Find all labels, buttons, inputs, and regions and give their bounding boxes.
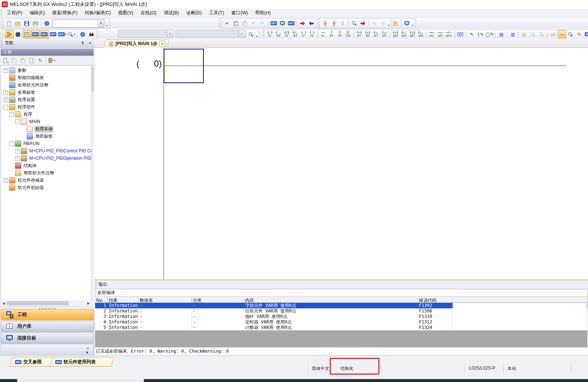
ladder-symbol-sf6[interactable]: ┤/╷sF6 <box>291 30 299 39</box>
project-selector-combo[interactable]: ▼ <box>52 19 104 27</box>
menu-3[interactable]: 转换/编译(C) <box>81 9 115 17</box>
tree-expander-icon[interactable]: - <box>9 141 14 146</box>
ladder-symbol-f8[interactable]: { }F8 <box>308 30 316 39</box>
document-tab-active[interactable]: [PRG]写入 MAIN 1步 ✕ <box>104 39 169 48</box>
output-table-row[interactable]: 2Information--位软元件 VAR用 使用0点F1306 <box>95 308 587 314</box>
bottom-tab-device-usage-list[interactable]: DEV软元件使用列表 <box>50 357 114 367</box>
ladder-symbol-sf9[interactable]: │sF9 <box>327 30 336 39</box>
new-project-button[interactable] <box>5 19 14 27</box>
ladder-symbol-f5[interactable]: ┤ ├F5 <box>266 30 274 39</box>
tree-item-MAIN[interactable]: -MAIN <box>1 118 91 125</box>
menu-10[interactable]: 帮助(H) <box>251 9 274 17</box>
tree-expander-icon[interactable]: + <box>15 156 20 161</box>
pin-icon[interactable] <box>80 40 86 46</box>
ladder-symbol-saf8[interactable]: ┤⇓╷saF8 <box>416 30 425 39</box>
ladder-symbol-caf5[interactable]: ─↓─caF5 <box>436 30 444 39</box>
save-project-button[interactable] <box>23 19 31 27</box>
tree-item-程序设置[interactable]: +程序设置 <box>1 96 91 103</box>
ladder-symbol-f7[interactable]: ( )F7 <box>299 30 308 39</box>
tree-expander-icon[interactable]: - <box>3 105 8 110</box>
note-edit-button[interactable]: ◯✎ <box>485 30 494 38</box>
scroll-right-icon[interactable]: ▶ <box>86 300 91 306</box>
write-to-plc-button[interactable] <box>299 19 307 27</box>
device-find-button[interactable]: DEV <box>270 19 278 27</box>
copy-button[interactable] <box>232 19 240 27</box>
toolbar-overflow-icon[interactable]: ▾ <box>388 24 390 28</box>
ladder-symbol-af7[interactable]: ┤↑╷aF7 <box>372 30 380 39</box>
sort-button[interactable]: ▾ <box>48 56 56 64</box>
chevron-down-icon[interactable]: ▼ <box>85 351 89 355</box>
tree-expander-icon[interactable]: - <box>9 112 14 117</box>
tree-item-程序[interactable]: -程序 <box>1 111 91 118</box>
close-tab-icon[interactable]: ✕ <box>159 41 165 47</box>
device-batch-find-button[interactable] <box>350 19 359 27</box>
zoom-page-button[interactable] <box>247 30 255 38</box>
tree-item-局部标签[interactable]: +局部标签 <box>1 133 91 140</box>
cross-reference-find-button[interactable] <box>87 30 95 38</box>
menu-0[interactable]: 工程(P) <box>3 9 26 17</box>
tree-item-FB-FUN[interactable]: -FB/FUN <box>1 140 91 147</box>
ladder-symbol-sf8[interactable]: ┤↓├sF8 <box>363 30 372 39</box>
tree-horizontal-scrollbar[interactable]: ◀ ▶ <box>1 300 91 306</box>
help-button[interactable] <box>43 19 51 27</box>
menu-6[interactable]: 调试(B) <box>160 9 183 17</box>
tree-expander-icon[interactable]: + <box>15 149 20 153</box>
string-find-button[interactable] <box>278 19 287 27</box>
find-device-button[interactable]: ▾ <box>67 30 75 38</box>
tree-item-M-CPU-PID-PIDOperation-PID[interactable]: +M+CPU-PID_PIDOperation PID <box>1 155 91 162</box>
st-editor-button[interactable]: ST <box>456 30 465 38</box>
print-button[interactable] <box>31 19 40 27</box>
tree-expander-icon[interactable]: + <box>3 90 8 95</box>
tree-item-全局软元件注释[interactable]: +全局软元件注释 <box>1 81 91 89</box>
ladder-symbol-cf9[interactable]: ╳cF9 <box>336 30 344 39</box>
toolbar-overflow-icon[interactable]: ▾ <box>106 24 108 28</box>
menu-1[interactable]: 编辑(E) <box>26 9 49 17</box>
toolbar-overflow-icon[interactable]: ▾ <box>412 24 413 28</box>
remote-operation-button[interactable] <box>403 19 411 27</box>
device-comment-edit-button[interactable]: ✎ <box>468 30 476 38</box>
scrollbar-thumb[interactable] <box>7 301 69 305</box>
output-table-row[interactable]: 3Information--指针 VAR用 使用0点F1310 <box>95 314 587 319</box>
output-table-row[interactable]: 5Information--计数器 VAR用 使用0点F1324 <box>95 325 587 330</box>
device-display-button[interactable]: DEV▾ <box>58 30 67 38</box>
read-from-plc-button[interactable] <box>307 19 316 27</box>
chevron-down-icon[interactable]: ▾ <box>65 33 67 36</box>
panel-button-connection[interactable]: 连接目标 <box>1 333 94 344</box>
menu-9[interactable]: 窗口(W) <box>228 9 251 17</box>
device-reference-button[interactable]: DEV <box>49 30 57 38</box>
bottom-tab-cross-reference[interactable]: DEV交叉参照 <box>10 357 56 367</box>
output-table-row[interactable]: 1Information--字软元件 VAR用 使用0点F1302 <box>95 303 587 308</box>
ladder-symbol-saf6[interactable]: ┤⇑╷saF6 <box>400 30 408 39</box>
device-zoom-button[interactable]: DEV <box>584 30 588 38</box>
ladder-symbol-sf7[interactable]: ┤↑├sF7 <box>355 30 363 39</box>
tree-item-参数[interactable]: +参数 <box>1 67 91 74</box>
panel-button-project[interactable]: 工程 <box>1 309 94 320</box>
new-data-button[interactable]: + <box>1 56 10 64</box>
close-icon[interactable]: ✕ <box>87 40 93 46</box>
tree-expander-icon[interactable]: - <box>15 119 20 124</box>
navigation-window-button[interactable] <box>5 30 14 38</box>
ladder-symbol-saf5[interactable]: ┤⇑├saF5 <box>391 30 400 39</box>
note-insert-button[interactable] <box>392 19 400 27</box>
ladder-symbol-f6[interactable]: ┤/├F6 <box>282 30 291 39</box>
device-list-button[interactable]: DEV <box>40 30 49 38</box>
chevron-down-icon[interactable]: ▼ <box>98 20 104 27</box>
ladder-symbol-caf10[interactable]: ─/─caF10 <box>444 30 453 39</box>
entry-monitor-button[interactable]: ⎍ <box>339 19 347 27</box>
ladder-symbol-f9[interactable]: ──F9 <box>319 30 327 39</box>
note-list-button[interactable]: ▥ <box>509 30 517 38</box>
watch-stop-button[interactable]: ╫ <box>330 19 338 27</box>
inline-st-edit-button[interactable]: ⧟ <box>558 30 566 38</box>
menu-5[interactable]: 在线(O) <box>137 9 160 17</box>
work-window-button[interactable] <box>23 30 31 38</box>
menu-7[interactable]: 诊断(D) <box>183 9 205 17</box>
ladder-symbol-sf5[interactable]: ┤ ╷sF5 <box>274 30 282 39</box>
contact-coil-find-button[interactable]: HKY <box>287 19 296 27</box>
help-window-button[interactable] <box>78 30 87 38</box>
menu-8[interactable]: 工具(T) <box>205 9 228 17</box>
scroll-left-icon[interactable]: ◀ <box>1 300 7 306</box>
menu-4[interactable]: 视图(V) <box>115 9 137 17</box>
tree-scrollbar[interactable] <box>91 65 94 307</box>
statement-list-button[interactable]: ▤ <box>497 30 506 38</box>
ladder-symbol-af8[interactable]: ┤↓╷aF8 <box>380 30 389 39</box>
